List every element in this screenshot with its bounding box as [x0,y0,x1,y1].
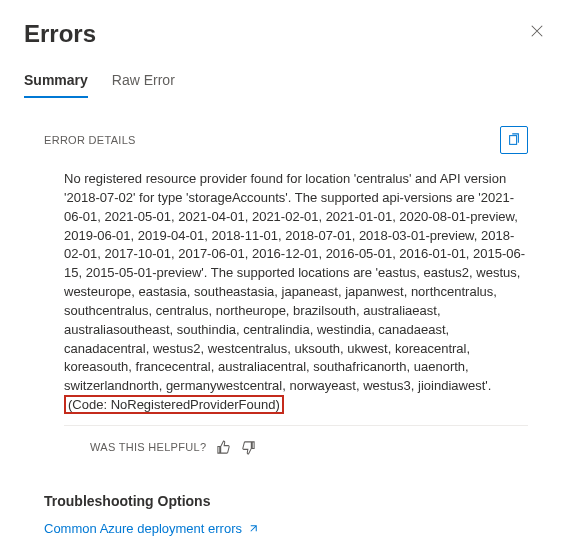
external-link-icon [248,523,259,534]
close-icon [530,24,544,38]
copy-icon [507,133,521,147]
thumbs-up-button[interactable] [216,440,231,455]
troubleshooting-title: Troubleshooting Options [44,493,528,509]
tab-summary[interactable]: Summary [24,72,88,98]
page-title: Errors [24,20,96,48]
thumbs-up-icon [216,440,231,455]
thumbs-down-button[interactable] [241,440,256,455]
svg-rect-0 [510,136,517,145]
details-header: ERROR DETAILS [24,126,548,154]
copy-button[interactable] [500,126,528,154]
error-code: (Code: NoRegisteredProviderFound) [64,395,284,414]
details-section-title: ERROR DETAILS [44,134,136,146]
tab-raw-error[interactable]: Raw Error [112,72,175,98]
panel-header: Errors [24,20,548,48]
error-message: No registered resource provider found fo… [64,171,525,393]
feedback-row: WAS THIS HELPFUL? [24,426,548,455]
tabs: Summary Raw Error [24,72,548,98]
link-label: Common Azure deployment errors [44,519,242,539]
thumbs-down-icon [241,440,256,455]
feedback-label: WAS THIS HELPFUL? [90,441,206,453]
error-body: No registered resource provider found fo… [24,170,548,415]
link-common-errors[interactable]: Common Azure deployment errors [44,519,528,539]
close-button[interactable] [526,20,548,45]
troubleshooting-section: Troubleshooting Options Common Azure dep… [24,493,548,545]
